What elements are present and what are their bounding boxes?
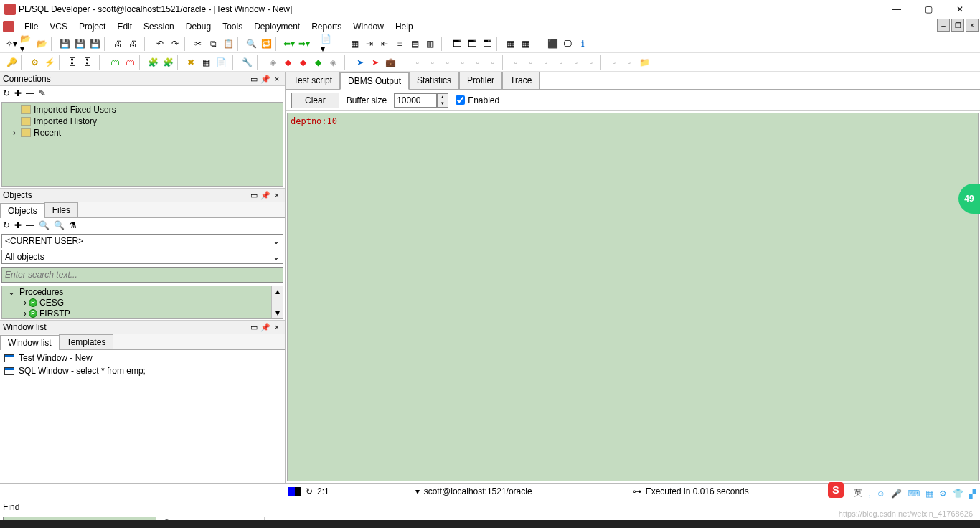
- t13-icon[interactable]: ▫: [607, 55, 621, 70]
- mdi-close-button[interactable]: ×: [966, 19, 979, 32]
- t1-icon[interactable]: ▫: [410, 55, 425, 70]
- panel-dock-icon[interactable]: ▭: [249, 74, 259, 84]
- grid-icon[interactable]: ▦: [503, 37, 517, 51]
- tray-kb-icon[interactable]: ⌨: [908, 489, 920, 499]
- dbg5-icon[interactable]: ◈: [326, 55, 340, 70]
- outdent-icon[interactable]: ⇤: [377, 37, 392, 51]
- monitor-icon[interactable]: 🖵: [560, 37, 575, 51]
- t12-icon[interactable]: ▫: [584, 55, 598, 70]
- dbg1-icon[interactable]: ◈: [265, 55, 280, 70]
- tree-item[interactable]: ›Recent: [4, 127, 281, 138]
- t5-icon[interactable]: ▫: [471, 55, 485, 70]
- tree-item[interactable]: Imported History: [4, 116, 281, 127]
- list-icon[interactable]: ≡: [392, 37, 407, 51]
- tray-i2-icon[interactable]: ☺: [877, 489, 885, 499]
- tab-testscript[interactable]: Test script: [286, 72, 340, 89]
- t15-icon[interactable]: 📁: [637, 55, 651, 70]
- open2-icon[interactable]: 📂: [34, 37, 49, 51]
- panel-pin-icon[interactable]: 📌: [260, 322, 270, 332]
- report-icon[interactable]: 🗔: [480, 37, 494, 51]
- t3-icon[interactable]: ▫: [440, 55, 455, 70]
- table-icon[interactable]: ▦: [199, 55, 213, 70]
- clear-button[interactable]: Clear: [291, 93, 339, 108]
- sheet-icon[interactable]: 📄: [214, 55, 228, 70]
- data-icon[interactable]: 🗔: [465, 37, 479, 51]
- dbms-output[interactable]: deptno:10: [287, 113, 979, 481]
- t7-icon[interactable]: ▫: [509, 55, 523, 70]
- briefcase-icon[interactable]: 💼: [383, 55, 397, 70]
- form-icon[interactable]: ▦: [347, 37, 362, 51]
- find-icon[interactable]: 🔍: [244, 37, 258, 51]
- cut-icon[interactable]: ✂: [191, 37, 205, 51]
- proc-item[interactable]: ›PFIRSTP: [2, 308, 283, 319]
- obj-find-icon[interactable]: 🔍: [39, 220, 50, 230]
- tab-files[interactable]: Files: [44, 202, 78, 217]
- print2-icon[interactable]: 🖨: [126, 37, 140, 51]
- close-button[interactable]: ✕: [944, 0, 976, 19]
- search-input[interactable]: [1, 267, 283, 283]
- saveall-icon[interactable]: 💾: [72, 37, 87, 51]
- print-icon[interactable]: 🖨: [110, 37, 125, 51]
- maximize-button[interactable]: ▢: [913, 0, 944, 19]
- menu-help[interactable]: Help: [390, 20, 419, 33]
- panel-close-icon[interactable]: ×: [272, 190, 282, 200]
- minimize-button[interactable]: —: [881, 0, 913, 19]
- dbg3-icon[interactable]: ◆: [296, 55, 310, 70]
- tab-trace[interactable]: Trace: [502, 72, 540, 89]
- key-icon[interactable]: 🔑: [4, 55, 19, 70]
- mdi-minimize-button[interactable]: –: [937, 19, 950, 32]
- t14-icon[interactable]: ▫: [622, 55, 636, 70]
- t6-icon[interactable]: ▫: [486, 55, 500, 70]
- obj-find2-icon[interactable]: 🔍: [54, 220, 65, 230]
- t10-icon[interactable]: ▫: [554, 55, 568, 70]
- copy-icon[interactable]: ⧉: [206, 37, 220, 51]
- save-icon[interactable]: 💾: [57, 37, 72, 51]
- tray-mic-icon[interactable]: 🎤: [891, 489, 902, 499]
- t4-icon[interactable]: ▫: [456, 55, 470, 70]
- menu-project[interactable]: Project: [73, 20, 111, 33]
- user-combo[interactable]: <CURRENT USER>⌄: [1, 234, 283, 248]
- t9-icon[interactable]: ▫: [539, 55, 553, 70]
- run-icon[interactable]: ➤: [353, 55, 367, 70]
- panel-dock-icon[interactable]: ▭: [249, 322, 259, 332]
- xx-icon[interactable]: ✖: [184, 55, 198, 70]
- menu-session[interactable]: Session: [138, 20, 180, 33]
- menu-file[interactable]: File: [19, 20, 44, 33]
- windowlist-item[interactable]: Test Window - New: [1, 352, 283, 364]
- replace-icon[interactable]: 🔁: [259, 37, 273, 51]
- obj-remove-icon[interactable]: —: [26, 220, 34, 230]
- gear-icon[interactable]: ⚙: [27, 55, 42, 70]
- commit-icon[interactable]: 🗃: [108, 55, 122, 70]
- paste-icon[interactable]: 📋: [221, 37, 235, 51]
- savebk-icon[interactable]: 💾: [88, 37, 102, 51]
- tab-dbms-output[interactable]: DBMS Output: [340, 72, 409, 90]
- menu-reports[interactable]: Reports: [306, 20, 347, 33]
- procedures-tree[interactable]: ⌄Procedures ›PCESG ›PFIRSTP ▴▾: [1, 286, 283, 319]
- grid2-icon[interactable]: ▦: [518, 37, 532, 51]
- trace-icon[interactable]: 🧩: [161, 55, 175, 70]
- db-icon[interactable]: 🗄: [65, 55, 80, 70]
- panel-dock-icon[interactable]: ▭: [249, 190, 259, 200]
- menu-window[interactable]: Window: [347, 20, 390, 33]
- stop-icon[interactable]: ⬛: [545, 37, 560, 51]
- run2-icon[interactable]: ➤: [368, 55, 382, 70]
- tree-item[interactable]: Imported Fixed Users: [4, 104, 281, 116]
- edit-icon[interactable]: ✎: [39, 88, 46, 98]
- comment-icon[interactable]: ▤: [407, 37, 422, 51]
- menu-tools[interactable]: Tools: [217, 20, 248, 33]
- break-icon[interactable]: ⚡: [42, 55, 57, 70]
- spin-up-icon[interactable]: ▴: [438, 94, 448, 100]
- indent-icon[interactable]: ⇥: [362, 37, 377, 51]
- tab-statistics[interactable]: Statistics: [409, 72, 459, 89]
- tab-windowlist[interactable]: Window list: [0, 335, 60, 350]
- connections-tree[interactable]: Imported Fixed Users Imported History ›R…: [1, 102, 283, 187]
- new-icon[interactable]: ✧▾: [4, 37, 19, 51]
- tray-lang[interactable]: 英: [854, 487, 862, 499]
- remove-icon[interactable]: —: [26, 88, 34, 98]
- t8-icon[interactable]: ▫: [524, 55, 538, 70]
- add-icon[interactable]: ✚: [14, 88, 22, 98]
- refresh2-icon[interactable]: ↻: [306, 486, 313, 496]
- tray-i1-icon[interactable]: ,: [868, 489, 870, 499]
- enabled-checkbox[interactable]: [456, 95, 465, 105]
- mdi-restore-button[interactable]: ❐: [951, 19, 964, 32]
